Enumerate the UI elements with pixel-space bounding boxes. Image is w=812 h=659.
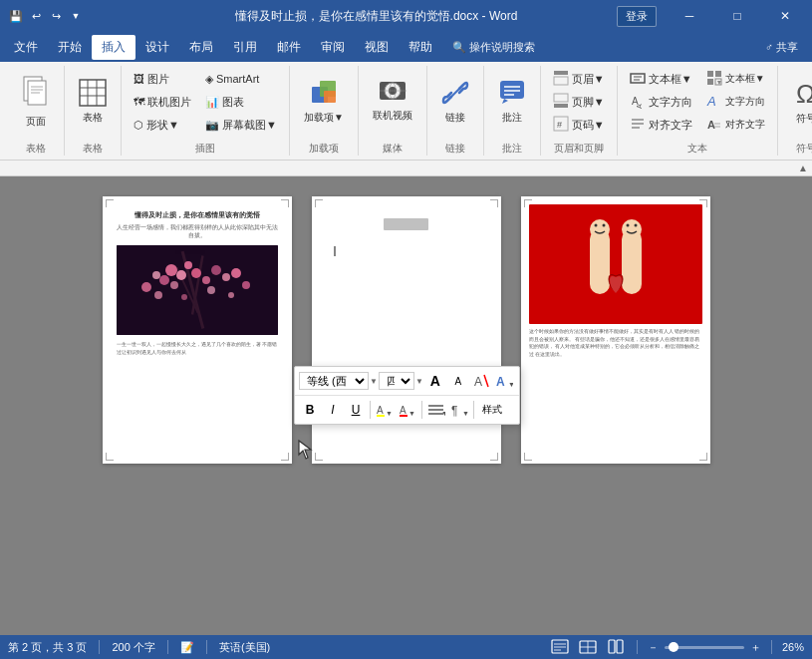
login-button[interactable]: 登录 xyxy=(617,6,657,27)
ribbon-group-headerfooter: 页眉▼ 页脚▼ # 页码▼ 页眉和页 xyxy=(541,66,618,156)
picture-label: 图片 xyxy=(147,72,169,87)
menu-references[interactable]: 引用 xyxy=(223,35,267,60)
addins-button[interactable]: 加载项▼ xyxy=(296,68,352,136)
ribbon-group-label-illustration: 插图 xyxy=(195,138,215,156)
menu-layout[interactable]: 布局 xyxy=(179,35,223,60)
footer-button[interactable]: 页脚▼ xyxy=(547,91,611,113)
ribbon-group-label-symbols: 符号 xyxy=(796,138,812,156)
svg-point-79 xyxy=(141,282,151,292)
proofing-icon[interactable]: 📝 xyxy=(180,641,194,654)
screenshot-button[interactable]: 📷 屏幕截图▼ xyxy=(199,114,283,136)
table-label: 表格 xyxy=(83,111,103,125)
ribbon-group-illustration-items: 🖼 图片 🗺 联机图片 ⬡ 形状▼ ◈ SmartArt xyxy=(128,66,283,138)
zoom-out-button[interactable]: － xyxy=(648,640,659,655)
comment-button[interactable]: 批注 xyxy=(490,68,534,136)
online-picture-button[interactable]: 🗺 联机图片 xyxy=(128,91,197,113)
underline-button[interactable]: U xyxy=(345,399,367,421)
ribbon-group-text-items: 文本框▼ AA 文字方向 对齐文字 xyxy=(624,66,771,138)
chart-button[interactable]: 📊 图表 xyxy=(199,91,283,113)
dropcap-button[interactable]: A 对齐文字 xyxy=(700,114,771,136)
font-grow-button[interactable]: A xyxy=(424,370,446,392)
view-print-button[interactable] xyxy=(549,638,571,656)
svg-text:▼: ▼ xyxy=(462,410,468,417)
page-number-button[interactable]: # 页码▼ xyxy=(547,114,611,136)
text-effects-button[interactable]: A▼ xyxy=(493,370,515,392)
maximize-button[interactable]: □ xyxy=(714,0,760,32)
link-button[interactable]: 链接 xyxy=(433,68,477,136)
status-bar: 第 2 页，共 3 页 200 个字 📝 英语(美国) xyxy=(0,635,812,659)
text-direction-button[interactable]: AA 文字方向 xyxy=(624,91,698,113)
menu-home[interactable]: 开始 xyxy=(48,35,92,60)
font-size-arrow[interactable]: ▼ xyxy=(415,377,423,386)
header-button[interactable]: 页眉▼ xyxy=(547,68,611,90)
status-sep-1 xyxy=(99,640,100,654)
undo-icon[interactable]: ↩ xyxy=(28,8,44,24)
menu-search[interactable]: 🔍 操作说明搜索 xyxy=(442,36,545,59)
menu-view[interactable]: 视图 xyxy=(355,35,399,60)
zoom-slider[interactable] xyxy=(665,640,744,654)
page2-gray-bar xyxy=(384,218,428,230)
format-clear-button[interactable]: A xyxy=(470,370,492,392)
share-button[interactable]: ♂ 共享 xyxy=(755,36,808,59)
heart-fingers-image xyxy=(529,204,702,324)
close-button[interactable]: ✕ xyxy=(762,0,808,32)
svg-rect-55 xyxy=(400,415,407,417)
picture-button[interactable]: 🖼 图片 xyxy=(128,68,197,90)
online-video-button[interactable]: 联机视频 xyxy=(365,68,420,136)
menu-help[interactable]: 帮助 xyxy=(399,35,442,60)
symbol-button[interactable]: Ω 符号 xyxy=(784,68,812,136)
ribbon-group-label-text: 文本 xyxy=(687,138,707,156)
bold-button[interactable]: B xyxy=(299,399,321,421)
textbox-button[interactable]: 文本框▼ xyxy=(624,68,698,90)
menu-mailings[interactable]: 邮件 xyxy=(267,35,311,60)
font-color-button[interactable]: A▼ xyxy=(397,399,418,421)
ribbon-group-media: 联机视频 媒体 xyxy=(359,66,427,156)
view-web-button[interactable] xyxy=(577,638,599,656)
redo-icon[interactable]: ↪ xyxy=(48,8,64,24)
word-count[interactable]: 200 个字 xyxy=(112,640,154,655)
quick-parts-button[interactable]: ▼ 文本框▼ xyxy=(700,68,771,90)
font-family-select[interactable]: 等线 (西 xyxy=(299,372,369,390)
svg-point-73 xyxy=(152,271,160,279)
align-text-icon xyxy=(630,116,646,134)
page-indicator[interactable]: 第 2 页，共 3 页 xyxy=(8,640,87,655)
language[interactable]: 英语(美国) xyxy=(219,640,270,655)
save-icon[interactable]: 💾 xyxy=(8,8,24,24)
ribbon-collapse-button[interactable]: ▲ xyxy=(798,163,808,173)
menu-review[interactable]: 审阅 xyxy=(311,35,355,60)
menu-file[interactable]: 文件 xyxy=(4,35,48,60)
smartart-button[interactable]: ◈ SmartArt xyxy=(199,68,283,90)
page1-title: 懂得及时止损，是你在感情里该有的觉悟 xyxy=(117,210,278,220)
page-corner-tr-2 xyxy=(490,199,498,207)
font-family-arrow[interactable]: ▼ xyxy=(370,377,378,386)
cherry-blossom-image xyxy=(117,245,278,335)
page-corner-bl-1 xyxy=(106,453,114,461)
list-button[interactable]: ▼ xyxy=(425,399,447,421)
document-area: 等线 (西 ▼ 四号 ▼ A A A A▼ B I U A▼ xyxy=(0,176,812,635)
svg-point-80 xyxy=(242,281,250,289)
table-button[interactable]: 表格 xyxy=(71,68,115,136)
font-size-select[interactable]: 四号 xyxy=(379,372,414,390)
menu-insert[interactable]: 插入 xyxy=(92,35,135,60)
minimize-button[interactable]: ─ xyxy=(667,0,712,32)
zoom-level[interactable]: 26% xyxy=(782,641,804,653)
ribbon-group-label-pages: 表格 xyxy=(26,138,46,156)
styles-button[interactable]: 样式 xyxy=(477,399,507,421)
wordart-button[interactable]: A 文字方向 xyxy=(700,91,771,113)
ribbon-group-text: 文本框▼ AA 文字方向 对齐文字 xyxy=(618,66,778,156)
italic-button[interactable]: I xyxy=(322,399,344,421)
view-read-button[interactable] xyxy=(605,638,627,656)
svg-text:¶: ¶ xyxy=(451,404,457,418)
font-shrink-button[interactable]: A xyxy=(447,370,469,392)
customize-icon[interactable]: ▼ xyxy=(68,8,84,24)
menu-design[interactable]: 设计 xyxy=(135,35,179,60)
paragraph-button[interactable]: ¶▼ xyxy=(448,399,470,421)
shapes-button[interactable]: ⬡ 形状▼ xyxy=(128,114,197,136)
zoom-in-button[interactable]: ＋ xyxy=(750,640,761,655)
ribbon-group-links-items: 链接 xyxy=(433,66,477,138)
align-text-button[interactable]: 对齐文字 xyxy=(624,114,698,136)
ribbon-group-label-table: 表格 xyxy=(83,138,103,156)
pages-button[interactable]: 页面 xyxy=(14,68,58,136)
zoom-thumb[interactable] xyxy=(669,642,678,652)
highlight-button[interactable]: A▼ xyxy=(374,399,396,421)
